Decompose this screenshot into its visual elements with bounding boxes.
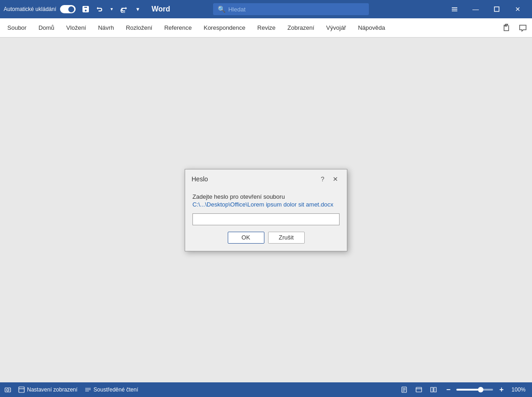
main-content: Heslo ? ✕ Zadejte heslo pro otevření sou… [0,38,532,382]
autosave-toggle[interactable] [60,5,76,13]
search-icon: 🔍 [218,5,225,13]
svg-rect-1 [452,9,457,10]
menu-bar: Soubor Domů Vložení Návrh Rozložení Refe… [0,18,532,38]
menu-right [499,21,530,35]
search-input[interactable] [228,6,364,13]
zoom-out-button[interactable]: − [442,383,455,396]
zoom-in-button[interactable]: + [495,383,508,396]
undo-icon[interactable] [94,3,107,16]
svg-rect-0 [452,7,457,8]
dialog-close-button[interactable]: ✕ [330,174,340,184]
menu-korespondence[interactable]: Korespondence [198,22,251,34]
ok-button[interactable]: OK [228,232,264,244]
dialog-title: Heslo [192,175,208,183]
dialog-message-line1: Zadejte heslo pro otevření souboru [192,193,340,200]
svg-rect-2 [452,11,457,11]
status-view-settings[interactable]: Nastavení zobrazení [18,386,77,393]
share-icon[interactable] [499,21,514,35]
restore-button[interactable] [486,0,507,18]
word-logo: Word [148,5,174,13]
menu-domu[interactable]: Domů [33,22,60,34]
dialog-title-controls: ? ✕ [318,174,340,184]
customize-icon[interactable]: ▼ [132,3,144,16]
save-icon[interactable] [79,3,92,16]
minimize-button[interactable]: — [465,0,486,18]
menu-zobrazeni[interactable]: Zobrazení [282,22,320,34]
menu-navrh[interactable]: Návrh [93,22,120,34]
reader-view-icon[interactable] [427,383,440,396]
menu-reference[interactable]: Reference [159,22,197,34]
menu-vlozeni[interactable]: Vložení [61,22,92,34]
title-bar: Automatické ukládání ▼ ▼ Word 🔍 — [0,0,532,18]
zoom-track [456,389,478,391]
dialog-titlebar: Heslo ? ✕ [185,169,347,188]
password-dialog: Heslo ? ✕ Zadejte heslo pro otevření sou… [185,169,347,251]
autosave-label: Automatické ukládání [4,6,56,12]
undo-dropdown-icon[interactable]: ▼ [109,3,115,16]
status-camera-item[interactable] [5,386,11,393]
svg-rect-12 [416,387,422,392]
dialog-buttons: OK Zrušit [192,232,340,244]
svg-rect-3 [494,7,499,11]
menu-revize[interactable]: Revize [252,22,281,34]
menu-napoveda[interactable]: Nápověda [352,22,390,34]
comment-icon[interactable] [516,21,530,35]
menu-soubor[interactable]: Soubor [2,22,32,34]
status-focused-reading[interactable]: Soustředěné čtení [85,386,138,393]
status-right: − + 100% [398,383,527,396]
search-bar[interactable]: 🔍 [213,3,369,15]
ribbon-collapse-button[interactable] [444,0,465,18]
view-settings-label: Nastavení zobrazení [27,386,77,393]
dialog-help-button[interactable]: ? [318,174,328,184]
cancel-button[interactable]: Zrušit [268,232,305,244]
redo-icon[interactable] [117,3,130,16]
window-controls: — ✕ [444,0,528,18]
dialog-body: Zadejte heslo pro otevření souboru C:\..… [185,188,347,251]
titlebar-icons: ▼ ▼ [79,3,144,16]
close-button[interactable]: ✕ [507,0,528,18]
status-bar: Nastavení zobrazení Soustředěné čtení [0,382,532,397]
zoom-slider[interactable] [456,389,493,391]
dialog-file-path: C:\...\Desktop\Office\Lorem ipsum dolor … [192,201,340,208]
svg-rect-6 [19,387,24,392]
password-input[interactable] [192,213,340,225]
zoom-thumb [478,387,483,392]
zoom-level: 100% [510,386,527,393]
menu-vyvojar[interactable]: Vývojář [321,22,351,34]
svg-point-5 [7,389,9,391]
page-view-icon[interactable] [398,383,411,396]
focused-reading-label: Soustředěné čtení [93,386,138,393]
dialog-overlay: Heslo ? ✕ Zadejte heslo pro otevření sou… [0,38,532,382]
svg-rect-4 [5,388,11,392]
menu-rozlozeni[interactable]: Rozložení [121,22,158,34]
web-view-icon[interactable] [412,383,425,396]
